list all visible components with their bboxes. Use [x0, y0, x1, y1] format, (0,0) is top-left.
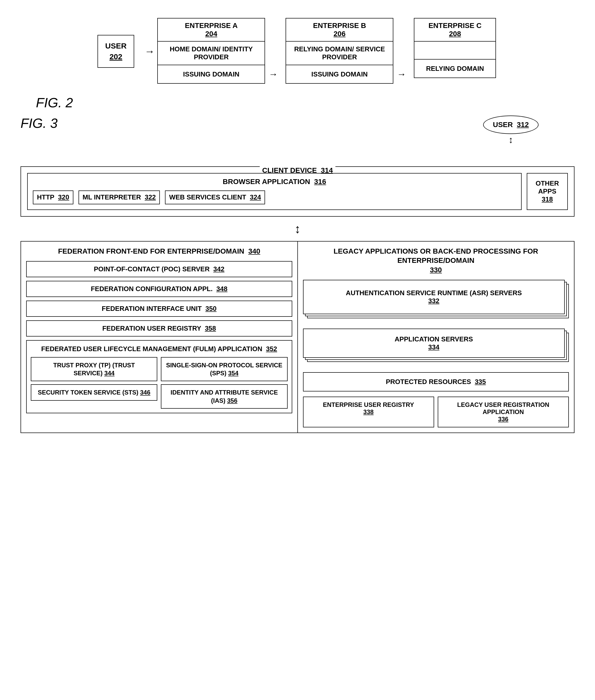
other-apps-box: OTHER APPS 318: [527, 173, 568, 210]
trust-proxy-box: TRUST PROXY (TP) (TRUST SERVICE) 344: [31, 357, 157, 381]
sps-box: SINGLE-SIGN-ON PROTOCOL SERVICE (SPS) 35…: [161, 357, 287, 381]
enterprise-user-registry-box: ENTERPRISE USER REGISTRY 338: [303, 397, 434, 427]
ent-a-num: 204: [205, 30, 217, 38]
browser-app-num: 316: [314, 178, 326, 186]
fed-user-registry-box: FEDERATION USER REGISTRY 358: [26, 320, 292, 336]
legacy-user-reg-box: LEGACY USER REGISTRATION APPLICATION 336: [438, 397, 569, 427]
user-text: USER: [493, 120, 513, 129]
fed-frontend-section: FEDERATION FRONT-END FOR ENTERPRISE/DOMA…: [21, 242, 298, 433]
user-num-fig3: 312: [517, 120, 529, 129]
dbl-arrow-client-fed: ↕: [21, 222, 574, 236]
enterprise-a-block: ENTERPRISE A 204 HOME DOMAIN/ IDENTITY P…: [157, 18, 265, 84]
user-num: 202: [105, 51, 126, 62]
asr-box: AUTHENTICATION SERVICE RUNTIME (ASR) SER…: [303, 280, 565, 314]
browser-app-box: BROWSER APPLICATION 316 HTTP 320 ML INTE…: [27, 173, 521, 210]
fed-frontend-num: 340: [248, 247, 260, 255]
http-box: HTTP 320: [33, 190, 74, 204]
arrow-b-to-c: →: [397, 69, 406, 80]
ent-b-num: 206: [334, 30, 346, 38]
poc-server-box: POINT-OF-CONTACT (POC) SERVER 342: [26, 261, 292, 277]
legacy-title: LEGACY APPLICATIONS OR BACK-END PROCESSI…: [334, 247, 538, 264]
user-fig3: USER 312 ↕: [483, 115, 539, 146]
fig3-section: FIG. 3 USER 312 ↕ CLIENT DEVICE 314 BROW…: [21, 115, 574, 433]
legacy-section: LEGACY APPLICATIONS OR BACK-END PROCESSI…: [298, 242, 574, 433]
ent-a-row1: HOME DOMAIN/ IDENTITY PROVIDER: [158, 42, 264, 65]
app-servers-box: APPLICATION SERVERS 334: [303, 328, 565, 358]
ent-b-row2: ISSUING DOMAIN →: [286, 65, 393, 83]
fed-config-box: FEDERATION CONFIGURATION APPL. 348: [26, 281, 292, 297]
ent-c-num: 208: [449, 30, 461, 38]
ent-c-row1: [414, 42, 495, 59]
fig2-section: FIG. 2 USER 202 → ENTERPRISE A 204 HOME …: [21, 16, 574, 85]
ml-interpreter-box: ML INTERPRETER 322: [79, 190, 160, 204]
fed-interface-box: FEDERATION INTERFACE UNIT 350: [26, 301, 292, 317]
arrow-user-to-entA: →: [144, 46, 155, 57]
legacy-num: 330: [430, 266, 442, 274]
fulm-box: FEDERATED USER LIFECYCLE MANAGEMENT (FUL…: [26, 340, 292, 413]
client-device-box: CLIENT DEVICE 314 BROWSER APPLICATION 31…: [21, 166, 574, 217]
app-servers-stacked: APPLICATION SERVERS 334: [303, 328, 569, 362]
asr-stacked: AUTHENTICATION SERVICE RUNTIME (ASR) SER…: [303, 280, 569, 318]
fed-frontend-title: FEDERATION FRONT-END FOR ENTERPRISE/DOMA…: [58, 247, 244, 255]
fig3-label: FIG. 3: [21, 115, 57, 131]
browser-components: HTTP 320 ML INTERPRETER 322 WEB SERVICES…: [33, 190, 516, 204]
fulm-title: FEDERATED USER LIFECYCLE MANAGEMENT (FUL…: [41, 345, 262, 353]
protected-resources-box: PROTECTED RESOURCES 335: [303, 372, 569, 392]
sts-box: SECURITY TOKEN SERVICE (STS) 346: [31, 384, 157, 400]
ent-b-row1: RELYING DOMAIN/ SERVICE PROVIDER: [286, 42, 393, 65]
browser-app-label: BROWSER APPLICATION: [223, 178, 310, 186]
ias-box: IDENTITY AND ATTRIBUTE SERVICE (IAS) 356: [161, 384, 287, 408]
web-services-client-box: WEB SERVICES CLIENT 324: [165, 190, 265, 204]
arrow-a-to-b: →: [268, 69, 278, 80]
enterprise-b-block: ENTERPRISE B 206 RELYING DOMAIN/ SERVICE…: [286, 18, 393, 84]
other-apps-label: OTHER APPS: [530, 180, 565, 195]
fig2-label: FIG. 2: [36, 95, 73, 110]
user-label: USER: [105, 41, 126, 51]
enterprise-c-block: ENTERPRISE C 208 RELYING DOMAIN: [414, 18, 496, 78]
ent-c-row2: RELYING DOMAIN: [414, 59, 495, 78]
ent-a-row2: ISSUING DOMAIN →: [158, 65, 264, 83]
arrow-user-to-client: ↕: [509, 135, 513, 145]
ent-b-title: ENTERPRISE B: [313, 22, 366, 29]
user-box-fig2: USER 202: [97, 35, 134, 68]
ent-a-title: ENTERPRISE A: [185, 22, 237, 29]
ent-c-title: ENTERPRISE C: [428, 22, 482, 29]
bottom-row: FEDERATION FRONT-END FOR ENTERPRISE/DOMA…: [21, 241, 574, 433]
fulm-num: 352: [266, 345, 277, 353]
other-apps-num: 318: [530, 195, 565, 203]
